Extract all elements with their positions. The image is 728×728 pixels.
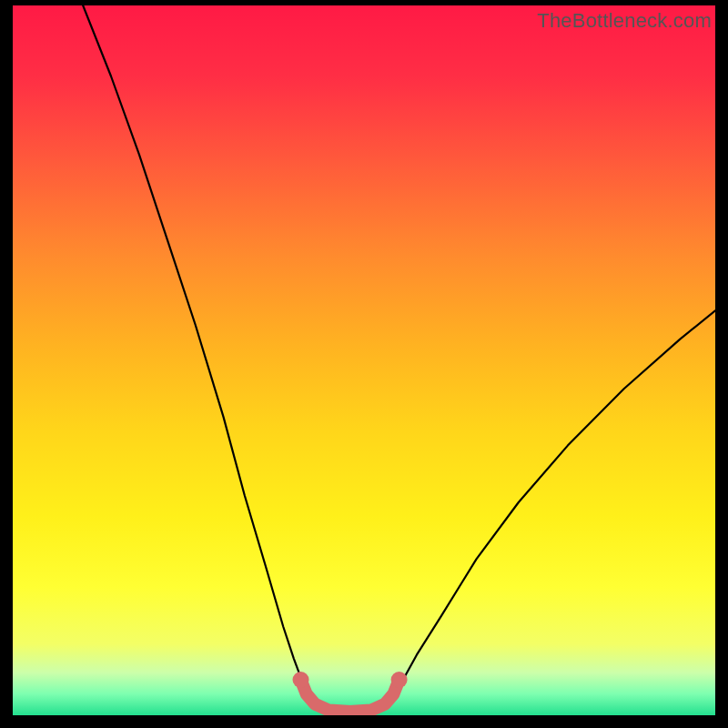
trough-endpoint-dot — [391, 672, 408, 688]
bottleneck-chart — [13, 5, 715, 715]
chart-container — [13, 5, 715, 715]
watermark-text: TheBottleneck.com — [537, 9, 712, 33]
gradient-background — [13, 5, 715, 715]
trough-endpoint-dot — [293, 672, 309, 688]
